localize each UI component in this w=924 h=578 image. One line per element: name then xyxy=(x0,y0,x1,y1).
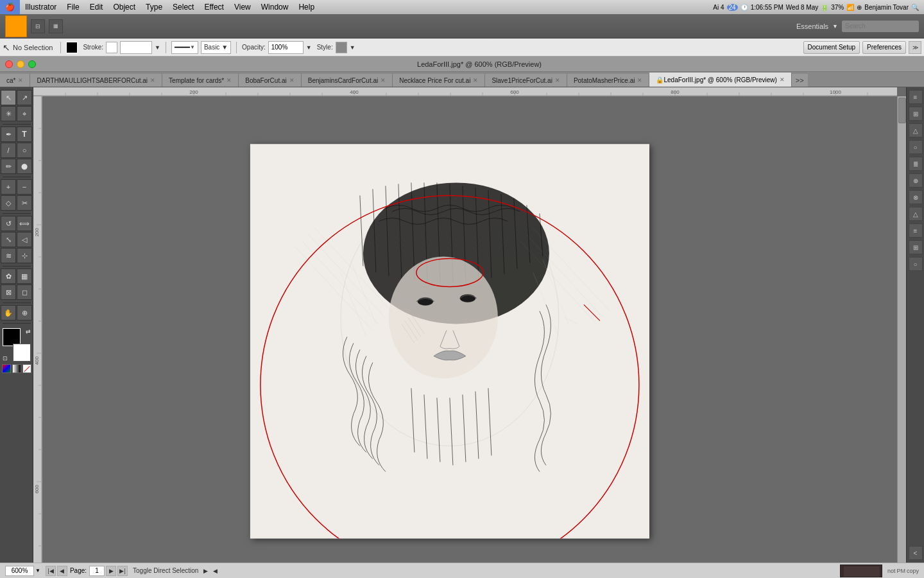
document-setup-button[interactable]: Document Setup xyxy=(803,41,860,54)
scissors-tool[interactable]: ✂ xyxy=(17,195,32,211)
vertical-scrollbar[interactable] xyxy=(897,96,906,563)
ellipse-tool[interactable]: ○ xyxy=(17,143,32,158)
apple-menu[interactable]: 🍎 xyxy=(0,0,20,14)
rotate-tool[interactable]: ↺ xyxy=(1,216,16,231)
tab-close-darth[interactable]: ✕ xyxy=(150,77,155,83)
tab-ca[interactable]: ca* ✕ xyxy=(0,74,30,87)
tab-potato[interactable]: PotatoMasherPrice.ai ✕ xyxy=(567,74,650,87)
pen-tool[interactable]: ✒ xyxy=(1,127,16,142)
stroke-weight-arrow[interactable]: ▼ xyxy=(155,44,160,51)
options-more[interactable]: ≫ xyxy=(909,41,921,54)
tab-close-boba[interactable]: ✕ xyxy=(289,77,295,83)
delete-anchor-tool[interactable]: − xyxy=(17,179,32,195)
maximize-button[interactable] xyxy=(28,60,36,68)
menu-view[interactable]: View xyxy=(229,0,256,14)
tab-close-potato[interactable]: ✕ xyxy=(637,77,642,83)
panel-collapse-icon[interactable]: < xyxy=(909,546,923,560)
zoom-dropdown[interactable]: ▼ xyxy=(35,568,40,574)
magic-wand-tool[interactable]: ✳ xyxy=(1,106,16,121)
panel-icon-8[interactable]: ≡ xyxy=(909,223,923,238)
panel-icon-9[interactable]: ⊞ xyxy=(909,240,923,254)
type-tool[interactable]: T xyxy=(17,127,32,142)
tab-template[interactable]: Template for cards* ✕ xyxy=(162,74,239,87)
close-button[interactable] xyxy=(5,60,13,68)
style-picker[interactable] xyxy=(336,42,347,53)
panel-icon-2[interactable]: △ xyxy=(909,123,923,137)
reflect-tool[interactable]: ⟺ xyxy=(17,216,32,231)
menu-illustrator[interactable]: Illustrator xyxy=(20,0,62,14)
warp-tool[interactable]: ≋ xyxy=(1,248,16,263)
swap-colors[interactable]: ⇄ xyxy=(26,328,31,335)
nav-last-page[interactable]: ▶| xyxy=(117,566,128,576)
tab-slave1[interactable]: Slave1PriceForCut.ai ✕ xyxy=(485,74,567,87)
panel-icon-5[interactable]: ⊕ xyxy=(909,173,923,188)
preferences-button[interactable]: Preferences xyxy=(862,41,906,54)
page-number-input[interactable] xyxy=(89,566,105,576)
menu-effect[interactable]: Effect xyxy=(199,0,228,14)
tab-close-template[interactable]: ✕ xyxy=(227,77,232,83)
nav-first-page[interactable]: |◀ xyxy=(46,566,56,576)
menu-select[interactable]: Select xyxy=(167,0,199,14)
tab-darth[interactable]: DARTHMAULLIGHTSABERFORCut.ai ✕ xyxy=(30,74,162,87)
eraser-tool[interactable]: ◻ xyxy=(17,285,32,300)
direct-selection-tool[interactable]: ↗ xyxy=(17,90,32,105)
canvas-area[interactable]: 200 400 600 800 1000 xyxy=(33,87,906,563)
chart-tool[interactable]: ▦ xyxy=(17,268,32,284)
blob-brush-tool[interactable]: ⬤ xyxy=(17,159,32,174)
free-transform-tool[interactable]: ⊹ xyxy=(17,248,32,263)
menu-help[interactable]: Help xyxy=(293,0,320,14)
search-input[interactable] xyxy=(842,21,919,32)
menu-file[interactable]: File xyxy=(62,0,84,14)
stroke-weight-input[interactable] xyxy=(120,41,152,54)
toggle-play[interactable]: ▶ xyxy=(203,568,208,574)
nav-prev-page[interactable]: ◀ xyxy=(57,566,67,576)
opacity-arrow[interactable]: ▼ xyxy=(306,44,312,51)
canvas-scroll-area[interactable] xyxy=(42,96,897,563)
nav-next-page[interactable]: ▶ xyxy=(106,566,116,576)
slice-tool[interactable]: ⊠ xyxy=(1,285,16,300)
tab-more-button[interactable]: >> xyxy=(792,74,808,87)
zoom-tool[interactable]: ⊕ xyxy=(17,305,32,320)
workspace-dropdown-icon[interactable]: ▼ xyxy=(832,23,838,30)
tab-close-ca[interactable]: ✕ xyxy=(18,77,23,83)
menu-window[interactable]: Window xyxy=(256,0,294,14)
pencil-tool[interactable]: ✏ xyxy=(1,159,16,174)
panel-icon-7[interactable]: △ xyxy=(909,207,923,221)
zoom-input[interactable] xyxy=(5,566,34,576)
panel-icon-6[interactable]: ⊗ xyxy=(909,190,923,204)
panel-icon-1[interactable]: ⊞ xyxy=(909,107,923,121)
tab-close-leda[interactable]: ✕ xyxy=(780,76,785,83)
panel-icon-4[interactable]: ≣ xyxy=(909,157,923,171)
fill-swatch[interactable] xyxy=(66,42,78,53)
scrollbar-thumb[interactable] xyxy=(898,98,906,123)
menu-object[interactable]: Object xyxy=(108,0,141,14)
opacity-input[interactable] xyxy=(268,41,304,54)
minimize-button[interactable] xyxy=(17,60,24,68)
selection-tool[interactable]: ↖ xyxy=(1,90,16,105)
tab-boba[interactable]: BobaForCut.ai ✕ xyxy=(239,74,301,87)
panel-icon-0[interactable]: ≡ xyxy=(909,90,923,104)
line-tool[interactable]: / xyxy=(1,143,16,158)
shear-tool[interactable]: ◁ xyxy=(17,232,32,247)
panel-icon-10[interactable]: ○ xyxy=(909,257,923,271)
convert-anchor-tool[interactable]: ◇ xyxy=(1,195,16,211)
symbol-tool[interactable]: ✿ xyxy=(1,268,16,284)
background-color[interactable] xyxy=(13,344,31,362)
style-badge[interactable]: Basic ▼ xyxy=(201,41,231,54)
toggle-back[interactable]: ◀ xyxy=(213,568,218,574)
stroke-style-selector[interactable]: ━━━━ ▼ xyxy=(171,41,198,54)
search-icon[interactable]: 🔍 xyxy=(911,4,919,11)
color-mode-gradient[interactable] xyxy=(12,364,21,373)
color-mode-none[interactable] xyxy=(22,364,31,373)
hand-tool[interactable]: ✋ xyxy=(1,305,16,320)
lasso-tool[interactable]: ⌖ xyxy=(17,106,32,121)
tab-leda[interactable]: 🔒 LedaForIII.jpg* @ 600% (RGB/Preview) ✕ xyxy=(649,73,791,87)
tab-benjamins[interactable]: BenjaminsCardForCut.ai ✕ xyxy=(302,74,393,87)
menu-type[interactable]: Type xyxy=(141,0,167,14)
panel-icon-3[interactable]: ○ xyxy=(909,140,923,154)
zoom-control[interactable]: ▼ xyxy=(5,566,40,576)
menu-edit[interactable]: Edit xyxy=(85,0,108,14)
tab-necklace[interactable]: Necklace Price For cut.ai ✕ xyxy=(393,74,485,87)
tab-close-necklace[interactable]: ✕ xyxy=(473,77,478,83)
color-mode-color[interactable] xyxy=(2,364,11,373)
